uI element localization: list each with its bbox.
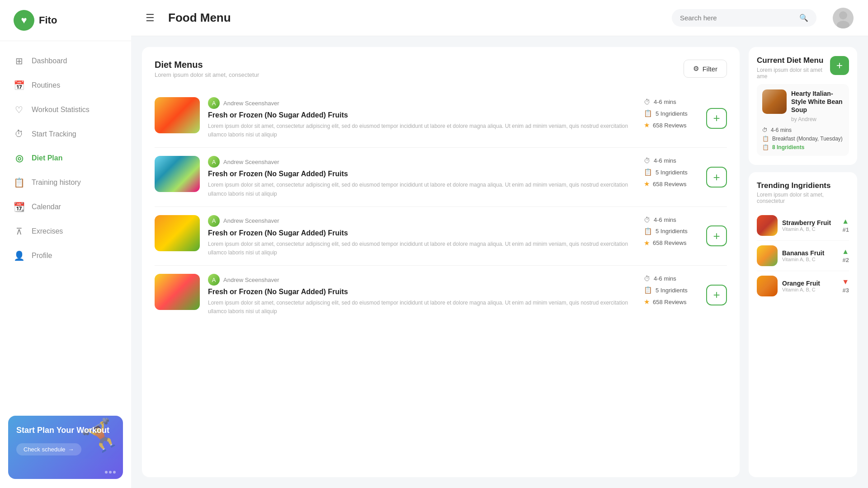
sidebar-item-start-tracking[interactable]: ⏱ Start Tracking [0,122,131,145]
diet-card-4: A Andrew Sceenshaver Fresh or Frozen (No… [155,266,727,324]
trending-name-1: Strawberry Fruit [782,219,837,226]
diet-reviews-text-3: 658 Reviews [653,239,686,246]
sidebar-item-routines[interactable]: 📅 Routines [0,74,131,97]
hamburger-icon[interactable]: ☰ [146,12,155,24]
diet-ingredients-text-4: 5 Ingridients [656,287,688,294]
trending-list: Strawberry Fruit Vitamin A, B, C ▲ #1 Ba… [757,211,849,301]
diet-card-body-2: A Andrew Sceenshaver Fresh or Frozen (No… [208,156,636,198]
trending-name-3: Orange Fruit [782,280,837,287]
diet-ingredients-text-3: 5 Ingridients [656,228,688,235]
sidebar-item-diet-plan[interactable]: ◎ Diet Plan [0,146,131,170]
nav-icon-diet-plan: ◎ [14,153,24,164]
trend-rank-text-2: #2 [843,257,849,263]
logo-icon: ♥ [14,10,34,31]
trending-name-2: Bananas Fruit [782,249,837,257]
diet-card-3: A Andrew Sceenshaver Fresh or Frozen (No… [155,207,727,266]
author-avatar-4: A [208,274,220,286]
sidebar-item-exercises[interactable]: ⊼ Exrecises [0,220,131,243]
nav-icon-training-history: 📋 [14,177,24,188]
add-diet-card-button-1[interactable]: + [706,108,727,129]
promo-link[interactable]: Check schedule → [16,443,81,455]
ingredients-icon: 📋 [644,109,652,117]
diet-ingredients-2: 📋 5 Ingridients [644,168,698,176]
diet-card-desc-4: Lorem ipsum dolor sit amet, consectetur … [208,299,636,316]
promo-title: Start Plan Your Workout [16,426,115,435]
diet-reviews-1: ★ 658 Reviews [644,121,698,129]
trending-item-3: Orange Fruit Vitamin A, B, C ▼ #3 [757,271,849,301]
sidebar-item-label: Routines [32,81,60,89]
diet-time-text-2: 4-6 mins [654,157,676,164]
main-area: ☰ Food Menu 🔍 Diet Menus Lorem ipsum dol… [131,0,868,488]
nav-icon-profile: 👤 [14,250,24,261]
star-icon: ★ [644,239,650,247]
add-diet-card-button-4[interactable]: + [706,285,727,305]
diet-card-image-3 [155,215,200,251]
add-diet-card-button-3[interactable]: + [706,225,727,246]
promo-arrow-icon: → [68,446,74,453]
promo-link-text: Check schedule [24,446,66,453]
trending-vitamins-3: Vitamin A, B, C [782,287,837,292]
diet-item-author: by Andrew [791,116,844,122]
clock-icon: ⏱ [644,216,651,224]
author-avatar-2: A [208,156,220,168]
diet-card-body-1: A Andrew Sceenshaver Fresh or Frozen (No… [208,97,636,139]
diet-card-title-1: Fresh or Frozen (No Sugar Added) Fruits [208,111,636,119]
diet-ingredients-text-2: 5 Ingridients [656,169,688,176]
svg-point-1 [837,21,849,28]
ingredients-icon: 📋 [644,168,652,176]
diet-card-1: A Andrew Sceenshaver Fresh or Frozen (No… [155,89,727,148]
sidebar-nav: ⊞ Dashboard 📅 Routines ♡ Workout Statist… [0,41,131,408]
sidebar-item-dashboard[interactable]: ⊞ Dashboard [0,49,131,73]
content-area: Diet Menus Lorem ipsum dolor sit amet, c… [131,36,868,488]
star-icon: ★ [644,121,650,129]
add-diet-card-button-2[interactable]: + [706,167,727,188]
current-diet-card: Current Diet Menu Lorem ipsum dolor sit … [749,47,857,165]
diet-card-image-1 [155,97,200,133]
diet-reviews-text-1: 658 Reviews [653,122,686,129]
diet-author-2: A Andrew Sceenshaver [208,156,636,168]
add-diet-button[interactable]: + [830,56,849,75]
diet-time-text-4: 4-6 mins [654,275,676,282]
trending-rank-1: ▲ #1 [842,217,849,233]
diet-card-2: A Andrew Sceenshaver Fresh or Frozen (No… [155,148,727,206]
diet-reviews-text-2: 658 Reviews [653,181,686,188]
clock-icon: ⏱ [644,98,651,106]
feed-subtitle: Lorem ipsum dolor sit amet, consectetur [155,71,259,78]
dumbbell-icon: 🏋 [79,416,123,459]
current-diet-title: Current Diet Menu [757,56,823,65]
star-icon: ★ [644,298,650,306]
diet-time-text-1: 4-6 mins [654,99,676,105]
trending-info-1: Strawberry Fruit Vitamin A, B, C [782,219,837,232]
diet-card-image-4 [155,274,200,310]
sidebar-item-workout-statistics[interactable]: ♡ Workout Statistics [0,98,131,122]
nav-icon-dashboard: ⊞ [14,56,24,66]
sidebar-item-calendar[interactable]: 📆 Calendar [0,195,131,219]
sidebar-item-label: Start Tracking [32,130,76,138]
sidebar-item-profile[interactable]: 👤 Profile [0,244,131,267]
diet-time-2: ⏱ 4-6 mins [644,157,698,164]
clock-icon: ⏱ [644,157,651,164]
author-avatar-3: A [208,215,220,227]
star-icon: ★ [644,180,650,188]
nav-icon-start-tracking: ⏱ [14,129,24,139]
trending-vitamins-2: Vitamin A, B, C [782,257,837,262]
filter-button[interactable]: ⚙ Filter [684,60,727,78]
feed-header: Diet Menus Lorem ipsum dolor sit amet, c… [155,60,727,78]
diet-item-time: ⏱ 4-6 mins [762,127,844,133]
trending-info-2: Bananas Fruit Vitamin A, B, C [782,249,837,262]
author-name-2: Andrew Sceenshaver [223,159,279,165]
promo-dots [105,471,116,474]
trending-card: Trending Ingridients Lorem ipsum dolor s… [749,172,857,477]
diet-item-image [762,89,787,114]
diet-card-desc-3: Lorem ipsum dolor sit amet, consectetur … [208,240,636,257]
current-diet-header: Current Diet Menu Lorem ipsum dolor sit … [757,56,849,80]
avatar[interactable] [833,8,854,28]
search-input[interactable] [680,14,795,22]
trending-title: Trending Ingridients [757,181,849,190]
sidebar-item-training-history[interactable]: 📋 Training history [0,171,131,194]
sidebar-item-label: Exrecises [32,227,63,235]
diet-time-1: ⏱ 4-6 mins [644,98,698,106]
diet-item-name: Hearty Italian- Style White Bean Soup [791,89,844,114]
diet-ingredients-1: 📋 5 Ingridients [644,109,698,117]
trend-arrow-2: ▲ [842,248,849,256]
